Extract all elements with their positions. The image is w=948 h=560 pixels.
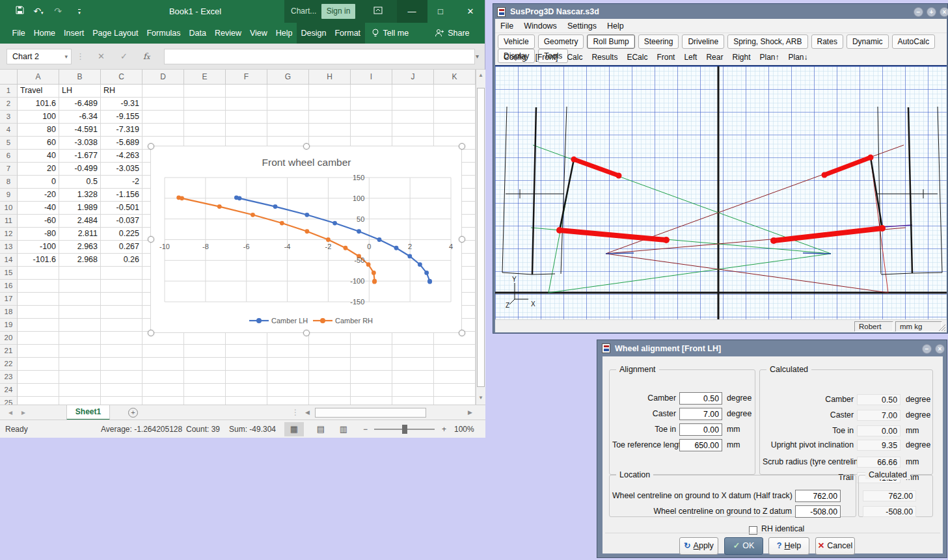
cell-B4[interactable]: -4.591: [59, 124, 101, 137]
toolbar-button-spring-shock-arb[interactable]: Spring, Shock, ARB: [727, 34, 807, 49]
cell-F25[interactable]: [226, 397, 267, 405]
chart-selection-handle[interactable]: [148, 236, 154, 243]
cell-J21[interactable]: [392, 345, 434, 358]
cell-D2[interactable]: [142, 98, 184, 111]
menu-help[interactable]: Help: [602, 19, 629, 33]
cell-I24[interactable]: [351, 384, 392, 397]
row-header-15[interactable]: 15: [0, 267, 18, 280]
cell-B3[interactable]: -6.34: [59, 111, 101, 124]
cell-K1[interactable]: [434, 85, 476, 98]
cell-H4[interactable]: [309, 124, 351, 137]
rh-identical-checkbox[interactable]: [749, 526, 757, 535]
cell-E4[interactable]: [184, 124, 226, 137]
cell-B20[interactable]: [59, 332, 101, 345]
cell-K2[interactable]: [434, 98, 476, 111]
help-button[interactable]: ?Help: [768, 537, 809, 555]
cell-J3[interactable]: [392, 111, 434, 124]
sheet-prev-icon[interactable]: ◂: [8, 405, 12, 420]
cell-C1[interactable]: RH: [101, 85, 142, 98]
cell-A4[interactable]: 80: [18, 124, 59, 137]
minimize-button[interactable]: —: [402, 0, 422, 23]
cell-E24[interactable]: [184, 384, 226, 397]
normal-view-icon[interactable]: ▦: [284, 422, 304, 436]
cell-E3[interactable]: [184, 111, 226, 124]
scroll-down-icon[interactable]: ▼: [476, 395, 485, 401]
resize-grip[interactable]: [938, 324, 946, 332]
chart-selection-handle[interactable]: [303, 330, 310, 336]
row-header-7[interactable]: 7: [0, 163, 18, 176]
cell-C12[interactable]: 0.225: [101, 228, 142, 241]
add-sheet-icon[interactable]: +: [128, 408, 138, 418]
cell-A8[interactable]: 0: [18, 176, 59, 189]
cell-A21[interactable]: [18, 345, 59, 358]
tell-me-group[interactable]: Tell me: [372, 23, 409, 44]
cell-C15[interactable]: [101, 267, 142, 280]
chart-selection-handle[interactable]: [459, 143, 465, 150]
cell-J25[interactable]: [392, 397, 434, 405]
cell-G2[interactable]: [267, 98, 309, 111]
column-header-J[interactable]: J: [392, 70, 434, 85]
cell-G4[interactable]: [267, 124, 309, 137]
cell-F22[interactable]: [226, 358, 267, 371]
cell-K4[interactable]: [434, 124, 476, 137]
cell-B11[interactable]: 2.484: [59, 215, 101, 228]
cell-B2[interactable]: -6.489: [59, 98, 101, 111]
cell-H25[interactable]: [309, 397, 351, 405]
cancel-button[interactable]: ✕Cancel: [815, 537, 855, 555]
menu-settings[interactable]: Settings: [562, 19, 602, 33]
cell-A5[interactable]: 60: [18, 137, 59, 150]
cell-J24[interactable]: [392, 384, 434, 397]
cell-B7[interactable]: -0.499: [59, 163, 101, 176]
cell-C3[interactable]: -9.155: [101, 111, 142, 124]
cell-I3[interactable]: [351, 111, 392, 124]
sheet-tab[interactable]: Sheet1: [66, 405, 110, 420]
row-header-14[interactable]: 14: [0, 254, 18, 267]
row-header-25[interactable]: 25: [0, 397, 18, 405]
name-box-dropdown-icon[interactable]: ▾: [64, 49, 68, 64]
cell-C4[interactable]: -7.319: [101, 124, 142, 137]
row-header-3[interactable]: 3: [0, 111, 18, 124]
cell-E21[interactable]: [184, 345, 226, 358]
cell-G21[interactable]: [267, 345, 309, 358]
toolbar2-button-results[interactable]: Results: [587, 51, 622, 64]
row-header-10[interactable]: 10: [0, 202, 18, 215]
cell-B19[interactable]: [59, 319, 101, 332]
cell-C16[interactable]: [101, 280, 142, 293]
cell-F23[interactable]: [226, 371, 267, 384]
cell-B1[interactable]: LH: [59, 85, 101, 98]
cell-A23[interactable]: [18, 371, 59, 384]
cell-A6[interactable]: 40: [18, 150, 59, 163]
vertical-scrollbar[interactable]: ▲ ▼: [476, 70, 485, 405]
cell-I23[interactable]: [351, 371, 392, 384]
toolbar-button-rates[interactable]: Rates: [811, 34, 843, 49]
row-header-6[interactable]: 6: [0, 150, 18, 163]
field-input[interactable]: [679, 439, 722, 451]
cell-J22[interactable]: [392, 358, 434, 371]
cell-F4[interactable]: [226, 124, 267, 137]
toolbar-button-steering[interactable]: Steering: [638, 34, 679, 49]
cell-D4[interactable]: [142, 124, 184, 137]
hscroll-right-icon[interactable]: ▶: [468, 405, 472, 420]
cell-G23[interactable]: [267, 371, 309, 384]
cell-E22[interactable]: [184, 358, 226, 371]
cell-A12[interactable]: -80: [18, 228, 59, 241]
column-header-B[interactable]: B: [59, 70, 101, 85]
ribbon-tab-format[interactable]: Format: [331, 23, 365, 44]
menu-windows[interactable]: Windows: [519, 19, 562, 33]
column-header-D[interactable]: D: [142, 70, 184, 85]
formula-input[interactable]: [164, 49, 475, 64]
vertical-scroll-thumb[interactable]: [477, 88, 485, 387]
close-button[interactable]: ×: [935, 344, 945, 354]
cell-C8[interactable]: -2: [101, 176, 142, 189]
cell-I25[interactable]: [351, 397, 392, 405]
row-header-9[interactable]: 9: [0, 189, 18, 202]
scroll-up-icon[interactable]: ▲: [476, 72, 485, 78]
cell-C19[interactable]: [101, 319, 142, 332]
cell-C24[interactable]: [101, 384, 142, 397]
cell-A20[interactable]: [18, 332, 59, 345]
zoom-in-icon[interactable]: +: [442, 420, 446, 438]
minimize-button[interactable]: −: [914, 7, 923, 17]
insert-function-icon[interactable]: fx: [143, 49, 150, 64]
cell-K23[interactable]: [434, 371, 476, 384]
row-header-13[interactable]: 13: [0, 241, 18, 254]
